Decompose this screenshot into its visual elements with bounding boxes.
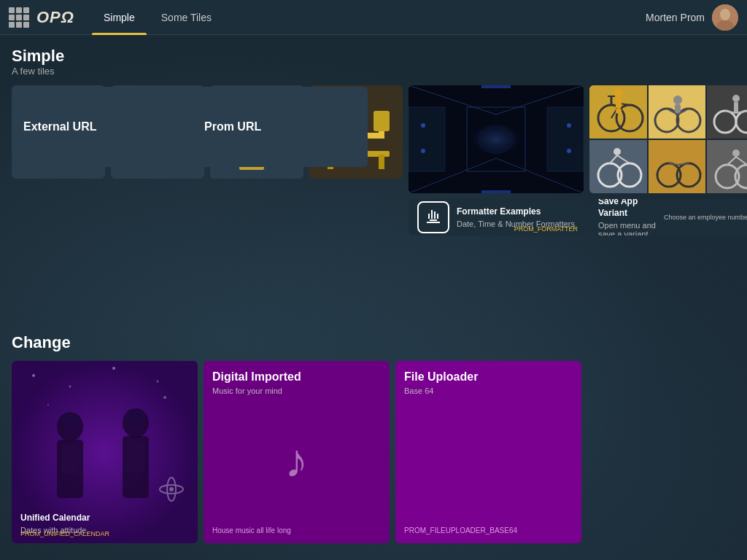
svg-point-90 xyxy=(732,149,740,157)
svg-point-70 xyxy=(732,95,740,102)
svg-point-104 xyxy=(112,367,115,370)
formatter-icon-box xyxy=(417,201,449,233)
avatar[interactable] xyxy=(712,4,738,31)
svg-point-49 xyxy=(478,125,514,154)
music-note-icon: ♪ xyxy=(285,434,309,488)
jedi-icon xyxy=(157,475,186,507)
svg-rect-41 xyxy=(547,107,584,171)
svg-point-44 xyxy=(421,123,425,128)
nav-some-tiles[interactable]: Some Tiles xyxy=(150,0,223,35)
svg-rect-59 xyxy=(616,97,622,108)
svg-point-107 xyxy=(163,396,166,399)
save-app-sublabel: Open menu and save a variant xyxy=(598,221,657,236)
calendar-tag: PROM_UNIFIED_CALENDAR xyxy=(20,530,109,537)
tile-corridor[interactable] xyxy=(409,85,584,193)
hand-icon xyxy=(425,209,442,226)
tile-bikes[interactable] xyxy=(589,85,747,193)
bottom-simple-tiles: External URL Prom URL xyxy=(12,87,388,167)
svg-point-110 xyxy=(169,487,174,491)
svg-point-103 xyxy=(69,386,71,388)
user-name: Morten Prom xyxy=(646,12,705,23)
tile-ext-url[interactable]: External URL xyxy=(12,87,187,167)
svg-point-105 xyxy=(157,381,159,383)
header: OPΩ Simple Some Tiles Morten Prom xyxy=(0,0,747,35)
calendar-label: Unified Calendar xyxy=(20,513,189,524)
tile-digital[interactable]: Digital Imported Music for your mind ♪ H… xyxy=(204,361,390,543)
file-sublabel: Base 64 xyxy=(404,386,573,395)
simple-title: Simple xyxy=(12,47,735,66)
simple-subtitle: A few tiles xyxy=(12,66,735,77)
svg-rect-99 xyxy=(127,441,144,472)
nav-simple[interactable]: Simple xyxy=(92,0,147,35)
digital-tag: House music all life long xyxy=(212,526,381,534)
svg-point-58 xyxy=(614,88,623,97)
svg-point-1 xyxy=(720,9,730,20)
save-app-label: Save App Variant xyxy=(598,199,657,219)
svg-rect-28 xyxy=(374,111,390,131)
svg-rect-33 xyxy=(379,155,384,169)
save-app-note: Choose an employee number :) xyxy=(664,214,747,221)
svg-point-77 xyxy=(614,148,621,155)
tile-save-app[interactable]: Save App Variant Open menu and save a va… xyxy=(589,199,747,236)
user-info: Morten Prom xyxy=(646,4,738,31)
svg-point-46 xyxy=(567,123,571,128)
corridor-column: Formatter Examples Date, Time & Number F… xyxy=(409,85,584,236)
prom-url-label: Prom URL xyxy=(204,120,261,133)
svg-point-57 xyxy=(616,108,622,114)
simple-section-header: Simple A few tiles xyxy=(12,47,735,77)
svg-rect-84 xyxy=(676,155,680,165)
svg-point-100 xyxy=(60,413,80,428)
digital-label: Digital Imported xyxy=(212,370,381,385)
digital-sublabel: Music for your mind xyxy=(212,386,381,395)
tile-prom-url[interactable]: Prom URL xyxy=(193,87,368,167)
svg-point-106 xyxy=(47,404,49,405)
change-tiles: Unified Calendar Dates with attitude PRO… xyxy=(12,361,735,543)
file-tag: PROM_FILEUPLOADER_BASE64 xyxy=(404,526,573,534)
logo: OPΩ xyxy=(36,8,74,27)
main-content: Simple A few tiles Square Tile Image xyxy=(0,35,747,560)
formatter-tag: PROM_FORMATTER xyxy=(514,225,578,233)
bikes-column: Save App Variant Open menu and save a va… xyxy=(589,85,747,236)
svg-point-101 xyxy=(125,410,146,424)
change-section: Change xyxy=(12,333,735,543)
tile-file[interactable]: File Uploader Base 64 PROM_FILEUPLOADER_… xyxy=(395,361,581,543)
svg-point-63 xyxy=(673,96,682,104)
svg-rect-40 xyxy=(409,107,445,171)
svg-rect-43 xyxy=(481,190,511,193)
main-nav: Simple Some Tiles xyxy=(92,0,646,35)
tile-formatter[interactable]: Formatter Examples Date, Time & Number F… xyxy=(409,199,584,236)
svg-point-102 xyxy=(32,374,35,377)
tile-calendar[interactable]: Unified Calendar Dates with attitude PRO… xyxy=(12,361,198,543)
svg-rect-42 xyxy=(481,85,511,88)
svg-rect-71 xyxy=(734,102,738,113)
svg-rect-98 xyxy=(61,445,79,474)
grid-icon[interactable] xyxy=(9,7,29,28)
change-title: Change xyxy=(12,333,735,352)
bikes-grid xyxy=(589,85,747,193)
formatter-label: Formatter Examples xyxy=(457,206,575,218)
ext-url-label: External URL xyxy=(23,120,96,133)
svg-point-47 xyxy=(567,149,571,153)
svg-point-83 xyxy=(674,147,681,155)
file-label: File Uploader xyxy=(404,370,573,385)
svg-point-45 xyxy=(421,149,425,153)
